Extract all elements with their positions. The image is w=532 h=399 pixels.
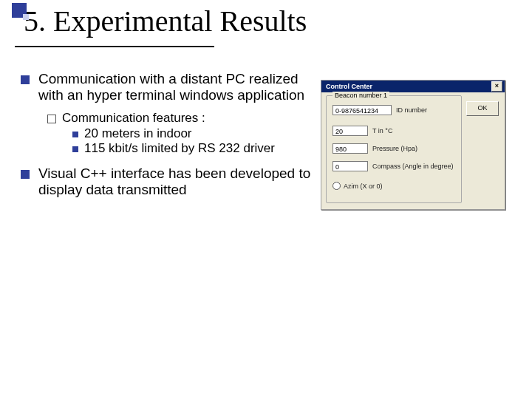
subbullet2-icon: [72, 146, 78, 152]
title-underline: [15, 46, 214, 47]
ok-button[interactable]: OK: [466, 101, 499, 116]
bullet-text: Communication with a distant PC realized…: [38, 71, 316, 103]
temp-label: T in °C: [372, 127, 392, 134]
pressure-input[interactable]: 980: [332, 143, 368, 154]
subbullet2-text: 115 kbit/s limited by RS 232 driver: [84, 141, 275, 156]
compass-input[interactable]: 0: [332, 161, 368, 171]
beacon-groupbox: Beacon number 1 0-9876541234 ID number 2…: [326, 95, 462, 203]
close-button[interactable]: ×: [491, 81, 502, 92]
slide-title: 5. Experimental Results: [16, 6, 307, 37]
bullet-icon: [21, 170, 30, 179]
azim-radio[interactable]: [332, 182, 341, 190]
bullet-text: Visual C++ interface has been developed …: [38, 166, 316, 198]
temp-input[interactable]: 20: [332, 126, 368, 136]
bullet-icon: [21, 75, 30, 84]
content-area: Communication with a distant PC realized…: [21, 71, 316, 205]
control-center-dialog: Control Center × Beacon number 1 0-98765…: [321, 80, 505, 210]
dialog-titlebar: Control Center ×: [321, 81, 505, 92]
subbullet-text: Communication features :: [62, 111, 205, 126]
compass-label: Compass (Angle in degree): [372, 163, 454, 170]
subbullet2-icon: [72, 132, 78, 137]
azim-label: Azim (X or 0): [344, 183, 383, 190]
subbullet2-text: 20 meters in indoor: [84, 126, 192, 141]
subbullet-icon: [47, 115, 56, 123]
id-label: ID number: [396, 106, 427, 114]
group-legend: Beacon number 1: [332, 92, 389, 99]
id-input[interactable]: 0-9876541234: [332, 105, 392, 115]
pressure-label: Pressure (Hpa): [372, 145, 417, 152]
dialog-title: Control Center: [326, 83, 372, 90]
title-accent: [12, 3, 27, 18]
